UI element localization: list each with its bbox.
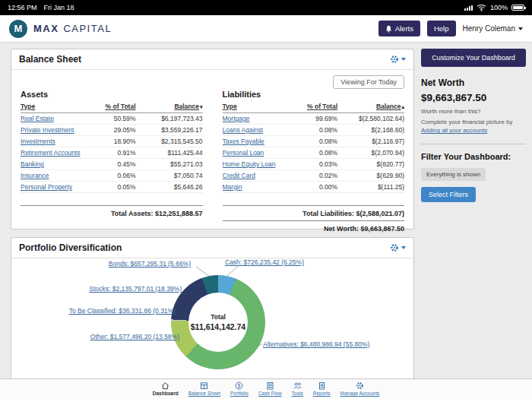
chevron-down-icon (401, 246, 406, 249)
tab-label: Reports (313, 391, 331, 396)
portfolio-settings-button[interactable] (390, 243, 406, 252)
table-row: Personal Loan 0.08% $(2,070.94) (223, 147, 405, 159)
user-menu[interactable]: Henry Coleman (463, 24, 523, 33)
liability-pct: 0.08% (292, 126, 337, 134)
liability-balance: $(629.90) (337, 172, 404, 179)
asset-balance: $55,271.03 (136, 160, 203, 168)
brand-word-max: MAX (33, 23, 59, 34)
complete-picture-text: Complete your financial picture by Addin… (421, 118, 526, 135)
tab-portfolio[interactable]: $ Portfolio (230, 382, 249, 399)
app-header: M MAX CAPITAL Alerts Help Henry Coleman (0, 15, 532, 43)
tab-cash-flow[interactable]: Cash Flow (258, 382, 282, 399)
liability-pct: 0.08% (292, 138, 337, 145)
tab-label: Dashboard (153, 391, 179, 396)
clock-label: 12:56 PM (8, 4, 37, 11)
assets-col-balance[interactable]: Balance▾ (136, 103, 203, 110)
tab-dashboard[interactable]: Dashboard (153, 382, 179, 399)
sort-desc-icon: ▾ (200, 104, 203, 110)
viewing-for-today-button[interactable]: Viewing For Today (333, 75, 404, 89)
table-row: Real Estate 50.59% $6,197,723.43 (21, 113, 203, 125)
liability-type-link[interactable]: Home Equity Loan (223, 160, 293, 168)
document-icon (318, 382, 326, 390)
select-filters-button[interactable]: Select Filters (421, 187, 476, 202)
slice-label-bonds[interactable]: Bonds: $657,295.31 (5.66%) (109, 260, 191, 268)
assets-col-type[interactable]: Type (21, 103, 90, 110)
asset-type-link[interactable]: Real Estate (21, 115, 90, 122)
table-row: Retirement Accounts 0.91% $111,425.44 (21, 147, 203, 159)
liabilities-col-type[interactable]: Type (223, 103, 293, 110)
battery-percent-label: 100% (490, 4, 508, 11)
asset-pct: 0.05% (90, 183, 136, 191)
liability-type-link[interactable]: Margin (223, 183, 293, 191)
donut-chart: Total $11,614,142.74 Bonds: $657,295.31 … (11, 258, 413, 389)
tab-manage-accounts[interactable]: Manage Accounts (340, 382, 380, 399)
liability-type-link[interactable]: Mortgage (223, 115, 293, 122)
bottom-tab-bar: Dashboard Balance Sheet $ Portfolio Cash… (0, 378, 532, 399)
alerts-button[interactable]: Alerts (378, 21, 420, 36)
liabilities-heading: Liabilities (223, 90, 405, 99)
tab-reports[interactable]: Reports (313, 382, 331, 399)
asset-type-link[interactable]: Investments (21, 138, 90, 145)
assets-heading: Assets (21, 90, 203, 99)
slice-label-alternatives[interactable]: Alternatives: $6,480,986.94 (55.80%) (263, 340, 369, 348)
add-accounts-link[interactable]: Adding all your accounts (421, 127, 487, 134)
liability-type-link[interactable]: Personal Loan (223, 149, 293, 157)
liability-type-link[interactable]: Taxes Payable (223, 138, 293, 145)
asset-type-link[interactable]: Private Investment (21, 126, 90, 134)
liabilities-header-row: Type % of Total Balance▴ (223, 103, 405, 113)
table-row: Loans Against 0.08% $(2,168.60) (223, 125, 405, 136)
table-row: Mortgage 99.69% $(2,580,102.64) (223, 113, 405, 125)
asset-type-link[interactable]: Insurance (21, 172, 90, 179)
status-bar: 12:56 PM Fri Jan 18 100% (0, 0, 532, 15)
liability-pct: 0.03% (292, 160, 337, 168)
liabilities-table: Liabilities Type % of Total Balance▴ Mor… (223, 89, 405, 233)
table-row: Credit Card 0.02% $(629.90) (223, 170, 405, 182)
table-row: Taxes Payable 0.08% $(2,116.97) (223, 136, 405, 147)
tab-label: Manage Accounts (340, 391, 380, 396)
asset-type-link[interactable]: Banking (21, 160, 90, 168)
tab-label: Portfolio (230, 391, 249, 396)
tab-label: Tools (292, 391, 303, 396)
slice-label-to-be-classified[interactable]: To Be Classified: $36,331.86 (0.31%) (69, 307, 176, 315)
slice-label-cash[interactable]: Cash: $726,235.42 (6.25%) (225, 258, 304, 266)
table-row: Home Equity Loan 0.03% $(820.77) (223, 159, 405, 170)
complete-picture-prefix: Complete your financial picture by (421, 119, 513, 125)
asset-type-link[interactable]: Retirement Accounts (21, 149, 90, 157)
help-button-label: Help (434, 24, 449, 33)
slice-label-stocks[interactable]: Stocks: $2,135,797.01 (18.39%) (90, 285, 182, 293)
donut-center: Total $11,614,142.74 (188, 293, 248, 352)
table-row: Margin 0.00% $(111.25) (223, 182, 405, 193)
people-icon (293, 382, 302, 390)
slice-label-other[interactable]: Other: $1,577,496.20 (13.58%) (90, 333, 179, 340)
total-liabilities-line: Total Liabilities: $(2,588,021.07) (223, 205, 405, 217)
assets-col-pct[interactable]: % of Total (90, 103, 136, 110)
battery-icon (511, 5, 524, 11)
asset-balance: $5,646.26 (136, 183, 203, 191)
brand-word-capital: CAPITAL (63, 23, 112, 34)
liability-balance: $(2,116.97) (337, 138, 404, 145)
liability-pct: 0.08% (292, 149, 337, 157)
divider (421, 144, 526, 144)
table-row: Private Investment 29.05% $3,559,226.17 (21, 125, 203, 136)
asset-pct: 0.91% (90, 149, 136, 157)
liabilities-col-balance[interactable]: Balance▴ (337, 103, 404, 110)
asset-pct: 29.05% (90, 126, 136, 134)
tab-label: Balance Sheet (188, 391, 220, 396)
liability-pct: 0.02% (292, 172, 337, 179)
alerts-button-label: Alerts (395, 24, 413, 33)
liability-type-link[interactable]: Loans Against (223, 126, 293, 134)
asset-balance: $6,197,723.43 (136, 115, 203, 122)
customize-dashboard-button[interactable]: Customize Your Dashboard (421, 49, 526, 67)
donut-total-label: Total (211, 313, 226, 321)
balance-sheet-settings-button[interactable] (390, 55, 406, 64)
asset-type-link[interactable]: Personal Property (21, 183, 90, 191)
dashboard-side-panel: Customize Your Dashboard Net Worth $9,66… (421, 49, 526, 202)
help-button[interactable]: Help (427, 21, 456, 36)
table-row: Investments 18.90% $2,315,545.50 (21, 136, 203, 147)
tab-tools[interactable]: Tools (292, 382, 303, 399)
date-label: Fri Jan 18 (44, 4, 74, 11)
liabilities-col-pct[interactable]: % of Total (292, 103, 337, 110)
chevron-down-icon (518, 27, 523, 30)
tab-balance-sheet[interactable]: Balance Sheet (188, 382, 220, 399)
liability-type-link[interactable]: Credit Card (223, 172, 293, 179)
